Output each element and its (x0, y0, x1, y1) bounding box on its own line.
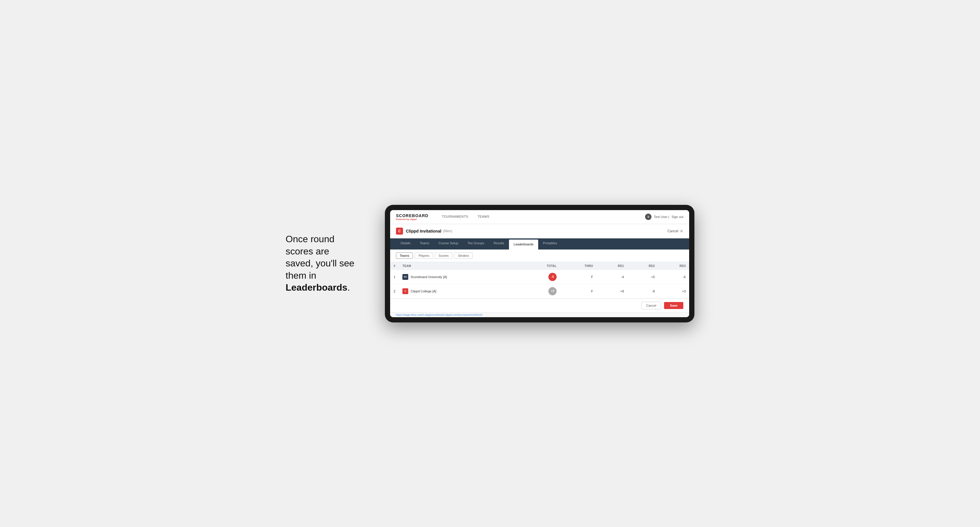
tab-details[interactable]: Details (396, 238, 415, 249)
filter-scores[interactable]: Scores (435, 252, 452, 259)
col-rank: # (390, 262, 399, 270)
filter-teams[interactable]: Teams (396, 252, 413, 259)
left-text-line2: scores are (286, 246, 329, 257)
thru-cell: F (560, 284, 597, 298)
footer-cancel-button[interactable]: Cancel (641, 302, 661, 309)
logo-text: SCOREBOARD (396, 213, 428, 218)
logo-area: SCOREBOARD Powered by clippd (396, 213, 428, 221)
app-footer: Cancel Save (390, 298, 689, 312)
left-text-line4: them in (286, 270, 316, 281)
left-text-line1: Once round (286, 234, 334, 244)
team-name: Clippd College [A] (410, 289, 436, 293)
tablet-screen: SCOREBOARD Powered by clippd TOURNAMENTS… (390, 210, 689, 317)
filter-bar: Teams Players Scores Strokes (390, 249, 689, 262)
logo-powered: Powered by clippd (396, 218, 428, 221)
tab-course-setup[interactable]: Course Setup (434, 238, 463, 249)
rd2-cell: +5 (628, 270, 659, 284)
tab-printables[interactable]: Printables (538, 238, 562, 249)
powered-by-text: Powered by (396, 218, 409, 221)
score-badge: +3 (549, 287, 557, 295)
tournament-subtitle: (Men) (443, 229, 452, 233)
nav-tournaments[interactable]: TOURNAMENTS (437, 210, 473, 224)
cancel-label: Cancel (668, 229, 678, 233)
leaderboard-table-wrapper: # TEAM TOTAL THRU RD1 RD2 RD3 1 SU Sco (390, 262, 689, 298)
rank-cell: 1 (390, 270, 399, 284)
col-total: TOTAL (520, 262, 560, 270)
left-text-bold: Leaderboards (286, 282, 347, 293)
tournament-header: C Clippd Invitational (Men) Cancel ✕ (390, 224, 689, 238)
clippd-brand: clippd (410, 218, 417, 221)
leaderboard-table: # TEAM TOTAL THRU RD1 RD2 RD3 1 SU Sco (390, 262, 689, 298)
rd3-cell: -6 (658, 270, 689, 284)
total-cell: +3 (520, 284, 560, 298)
team-cell: SU Scoreboard University [A] (399, 270, 520, 284)
rd2-cell: -8 (628, 284, 659, 298)
url-bar: https://stage-blue-coach.stagescoreboard… (390, 312, 689, 317)
footer-save-button[interactable]: Save (664, 302, 683, 309)
rd1-cell: +8 (597, 284, 628, 298)
sub-nav: Details Teams Course Setup Tee Groups Re… (390, 238, 689, 249)
top-nav: SCOREBOARD Powered by clippd TOURNAMENTS… (390, 210, 689, 224)
score-badge: -5 (549, 273, 557, 281)
user-avatar: S (645, 214, 651, 220)
nav-right: S Test User | Sign out (645, 214, 683, 220)
tab-results[interactable]: Results (489, 238, 509, 249)
col-thru: THRU (560, 262, 597, 270)
table-row: 1 SU Scoreboard University [A] -5 F -4 +… (390, 270, 689, 284)
rd3-cell: +3 (658, 284, 689, 298)
thru-cell: F (560, 270, 597, 284)
col-rd2: RD2 (628, 262, 659, 270)
rd1-cell: -4 (597, 270, 628, 284)
tab-leaderboards[interactable]: Leaderboards (509, 240, 538, 249)
tournament-title: Clippd Invitational (406, 229, 441, 233)
total-cell: -5 (520, 270, 560, 284)
team-name: Scoreboard University [A] (410, 275, 447, 279)
tournament-icon: C (396, 228, 403, 235)
col-team: TEAM (399, 262, 520, 270)
cancel-x-icon: ✕ (680, 229, 683, 233)
sign-out-link[interactable]: Sign out (671, 215, 683, 219)
left-description: Once round scores are saved, you'll see … (286, 233, 368, 294)
filter-players[interactable]: Players (415, 252, 433, 259)
tournament-cancel-button[interactable]: Cancel ✕ (668, 229, 683, 233)
left-text-period: . (347, 282, 350, 293)
team-logo: SU (402, 274, 408, 280)
tablet-device: SCOREBOARD Powered by clippd TOURNAMENTS… (385, 205, 694, 322)
table-row: 2 C Clippd College [A] +3 F +8 -8 +3 (390, 284, 689, 298)
rank-cell: 2 (390, 284, 399, 298)
left-text-line3: saved, you'll see (286, 258, 355, 268)
user-name: Test User | (654, 215, 669, 219)
col-rd1: RD1 (597, 262, 628, 270)
tab-teams[interactable]: Teams (415, 238, 434, 249)
nav-links: TOURNAMENTS TEAMS (437, 210, 494, 224)
tab-tee-groups[interactable]: Tee Groups (463, 238, 489, 249)
nav-teams[interactable]: TEAMS (473, 210, 494, 224)
filter-strokes[interactable]: Strokes (454, 252, 473, 259)
col-rd3: RD3 (658, 262, 689, 270)
team-cell: C Clippd College [A] (399, 284, 520, 298)
team-logo: C (402, 288, 408, 294)
